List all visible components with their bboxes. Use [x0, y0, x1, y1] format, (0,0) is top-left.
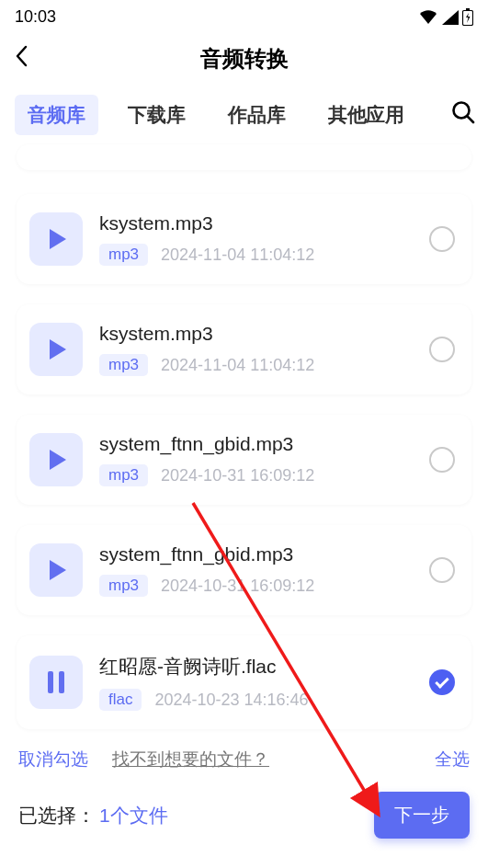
- file-timestamp: 2024-11-04 11:04:12: [161, 246, 314, 265]
- battery-icon: [462, 8, 473, 26]
- play-icon: [50, 339, 66, 360]
- ext-badge: flac: [99, 689, 142, 711]
- file-name: ksystem.mp3: [99, 323, 429, 345]
- chevron-left-icon: [15, 45, 28, 67]
- list-item[interactable]: system_ftnn_gbid.mp3 mp3 2024-10-31 16:0…: [17, 525, 471, 615]
- status-bar: 10:03: [0, 0, 488, 32]
- tab-other-apps[interactable]: 其他应用: [315, 95, 416, 135]
- play-icon: [50, 560, 66, 580]
- svg-line-3: [468, 116, 474, 122]
- list-item[interactable]: ksystem.mp3 mp3 2024-11-04 11:04:12: [17, 304, 471, 394]
- ext-badge: mp3: [99, 244, 148, 266]
- check-icon: [435, 674, 449, 689]
- file-name: system_ftnn_gbid.mp3: [99, 433, 429, 455]
- footer: 已选择： 1个文件 下一步: [0, 781, 488, 855]
- file-meta: ksystem.mp3 mp3 2024-11-04 11:04:12: [99, 323, 429, 376]
- play-button[interactable]: [29, 323, 83, 376]
- file-name: 红昭愿-音阙诗听.flac: [99, 654, 429, 680]
- help-link[interactable]: 找不到想要的文件？: [112, 748, 269, 771]
- search-icon: [451, 100, 475, 124]
- pause-icon: [48, 671, 64, 693]
- file-name: ksystem.mp3: [99, 212, 429, 234]
- back-button[interactable]: [15, 45, 42, 74]
- select-checkbox[interactable]: [429, 557, 455, 583]
- list-item[interactable]: system_ftnn_gbid.mp3 mp3 2024-10-31 16:0…: [17, 415, 471, 505]
- selected-count: 1个文件: [99, 803, 168, 828]
- bottom-links: 取消勾选 找不到想要的文件？ 全选: [0, 729, 488, 781]
- tabs: 音频库 下载库 作品库 其他应用: [0, 89, 488, 135]
- file-meta: system_ftnn_gbid.mp3 mp3 2024-10-31 16:0…: [99, 433, 429, 486]
- selected-label: 已选择：: [18, 803, 96, 828]
- search-button[interactable]: [451, 100, 481, 131]
- select-checkbox[interactable]: [429, 669, 455, 695]
- file-meta: ksystem.mp3 mp3 2024-11-04 11:04:12: [99, 212, 429, 266]
- status-time: 10:03: [15, 7, 56, 27]
- signal-icon: [442, 10, 459, 25]
- select-checkbox[interactable]: [429, 447, 455, 473]
- play-icon: [50, 450, 66, 470]
- ext-badge: mp3: [99, 464, 148, 486]
- svg-rect-0: [466, 8, 470, 10]
- file-timestamp: 2024-10-31 16:09:12: [161, 466, 314, 485]
- list-item[interactable]: 红昭愿-音阙诗听.flac flac 2024-10-23 14:16:46: [17, 635, 471, 729]
- list-item[interactable]: ksystem.mp3 mp3 2024-11-04 11:04:12: [17, 194, 471, 284]
- file-timestamp: 2024-10-31 16:09:12: [161, 577, 314, 596]
- ext-badge: mp3: [99, 575, 148, 597]
- tab-works-library[interactable]: 作品库: [215, 95, 299, 135]
- file-name: system_ftnn_gbid.mp3: [99, 543, 429, 565]
- status-icons: [418, 8, 473, 26]
- select-checkbox[interactable]: [429, 226, 455, 252]
- svg-rect-1: [463, 11, 473, 26]
- next-button[interactable]: 下一步: [374, 792, 470, 839]
- wifi-icon: [418, 10, 438, 25]
- header: 音频转换: [0, 32, 488, 89]
- page-title: 音频转换: [200, 44, 289, 74]
- play-button[interactable]: [29, 212, 83, 266]
- tab-download-library[interactable]: 下载库: [115, 95, 199, 135]
- pause-button[interactable]: [29, 656, 83, 709]
- list-top-spacer: [17, 144, 471, 170]
- play-button[interactable]: [29, 543, 83, 597]
- tab-audio-library[interactable]: 音频库: [15, 95, 98, 135]
- ext-badge: mp3: [99, 354, 148, 376]
- file-meta: 红昭愿-音阙诗听.flac flac 2024-10-23 14:16:46: [99, 654, 429, 711]
- file-timestamp: 2024-11-04 11:04:12: [161, 356, 314, 375]
- file-list: ksystem.mp3 mp3 2024-11-04 11:04:12 ksys…: [0, 170, 488, 729]
- file-timestamp: 2024-10-23 14:16:46: [154, 691, 308, 710]
- deselect-link[interactable]: 取消勾选: [18, 748, 88, 771]
- select-checkbox[interactable]: [429, 337, 455, 362]
- select-all-link[interactable]: 全选: [435, 748, 470, 771]
- play-button[interactable]: [29, 433, 83, 486]
- file-meta: system_ftnn_gbid.mp3 mp3 2024-10-31 16:0…: [99, 543, 429, 597]
- play-icon: [50, 229, 66, 249]
